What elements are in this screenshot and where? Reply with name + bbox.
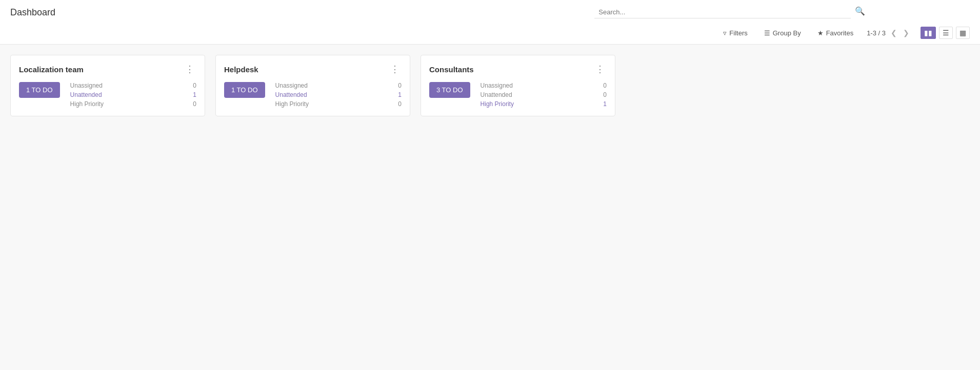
filters-label: Filters [729, 29, 747, 37]
card-header: Localization team ⋮ [19, 64, 196, 75]
favorites-button[interactable]: ★ Favorites [814, 28, 856, 38]
stat-value: 0 [398, 100, 402, 108]
card-header: Helpdesk ⋮ [224, 64, 402, 75]
stat-label: High Priority [70, 100, 104, 108]
page-title: Dashboard [10, 7, 490, 18]
card-body: 3 TO DO Unassigned 0 Unattended 0 High P… [429, 82, 607, 108]
stat-value: 1 [398, 91, 402, 98]
stat-row: Unassigned 0 [481, 82, 607, 89]
stat-value: 1 [193, 91, 196, 98]
stat-row: Unattended 0 [481, 91, 607, 98]
stat-value: 0 [193, 100, 196, 108]
stats-grid: Unassigned 0 Unattended 1 High Priority … [70, 82, 196, 108]
stat-label: Unassigned [70, 82, 103, 89]
layers-icon: ☰ [764, 29, 770, 37]
search-container: 🔍 [490, 6, 970, 18]
todo-button[interactable]: 1 TO DO [19, 82, 60, 98]
card-title: Helpdesk [224, 65, 258, 74]
view-grid-button[interactable]: ▦ [956, 27, 970, 39]
card-menu-button[interactable]: ⋮ [388, 64, 402, 75]
card-body: 1 TO DO Unassigned 0 Unattended 1 High P… [19, 82, 196, 108]
pagination-text: 1-3 / 3 [867, 29, 886, 37]
stat-label: High Priority [275, 100, 309, 108]
stat-label: Unassigned [275, 82, 308, 89]
card-header: Consultants ⋮ [429, 64, 607, 75]
star-icon: ★ [817, 29, 824, 37]
card-body: 1 TO DO Unassigned 0 Unattended 1 High P… [224, 82, 402, 108]
stat-row: Unattended 1 [70, 91, 196, 98]
stat-row: Unattended 1 [275, 91, 402, 98]
card-menu-button[interactable]: ⋮ [183, 64, 196, 75]
card-title: Localization team [19, 65, 84, 74]
search-input[interactable] [594, 6, 851, 18]
stat-value: 0 [603, 82, 607, 89]
stat-row: High Priority 1 [481, 100, 607, 108]
card-menu-button[interactable]: ⋮ [593, 64, 607, 75]
pagination-prev[interactable]: ❮ [890, 28, 898, 38]
stats-grid: Unassigned 0 Unattended 1 High Priority … [275, 82, 402, 108]
filter-icon: ▿ [723, 29, 727, 37]
stat-label: Unattended [481, 91, 512, 98]
todo-button[interactable]: 3 TO DO [429, 82, 470, 98]
stat-label: Unassigned [481, 82, 513, 89]
team-card-localization-team: Localization team ⋮ 1 TO DO Unassigned 0… [10, 55, 205, 116]
search-icon[interactable]: 🔍 [855, 6, 865, 18]
stat-label: High Priority [481, 100, 514, 108]
stat-row: Unassigned 0 [275, 82, 402, 89]
stats-grid: Unassigned 0 Unattended 0 High Priority … [481, 82, 607, 108]
stat-row: High Priority 0 [275, 100, 402, 108]
main-content: Localization team ⋮ 1 TO DO Unassigned 0… [0, 45, 980, 127]
stat-value: 1 [603, 100, 607, 108]
stat-label: Unattended [275, 91, 307, 98]
team-card-consultants: Consultants ⋮ 3 TO DO Unassigned 0 Unatt… [421, 55, 615, 116]
stat-row: Unassigned 0 [70, 82, 196, 89]
group-by-button[interactable]: ☰ Group By [761, 28, 804, 38]
pagination-next[interactable]: ❯ [902, 28, 910, 38]
stat-row: High Priority 0 [70, 100, 196, 108]
todo-button[interactable]: 1 TO DO [224, 82, 265, 98]
view-buttons: ▮▮ ☰ ▦ [921, 27, 970, 39]
favorites-label: Favorites [826, 29, 853, 37]
stat-value: 0 [193, 82, 196, 89]
pagination: 1-3 / 3 ❮ ❯ [867, 28, 910, 38]
view-list-button[interactable]: ☰ [939, 27, 953, 39]
stat-value: 0 [398, 82, 402, 89]
header: Dashboard 🔍 ▿ Filters ☰ Group By ★ Favor… [0, 0, 980, 45]
stat-label: Unattended [70, 91, 102, 98]
filters-button[interactable]: ▿ Filters [720, 28, 750, 38]
group-by-label: Group By [773, 29, 801, 37]
stat-value: 0 [603, 91, 607, 98]
team-card-helpdesk: Helpdesk ⋮ 1 TO DO Unassigned 0 Unattend… [215, 55, 410, 116]
view-kanban-button[interactable]: ▮▮ [921, 27, 936, 39]
cards-container: Localization team ⋮ 1 TO DO Unassigned 0… [10, 55, 970, 116]
header-top: Dashboard 🔍 [10, 0, 970, 23]
header-controls: ▿ Filters ☰ Group By ★ Favorites 1-3 / 3… [10, 23, 970, 44]
card-title: Consultants [429, 65, 474, 74]
